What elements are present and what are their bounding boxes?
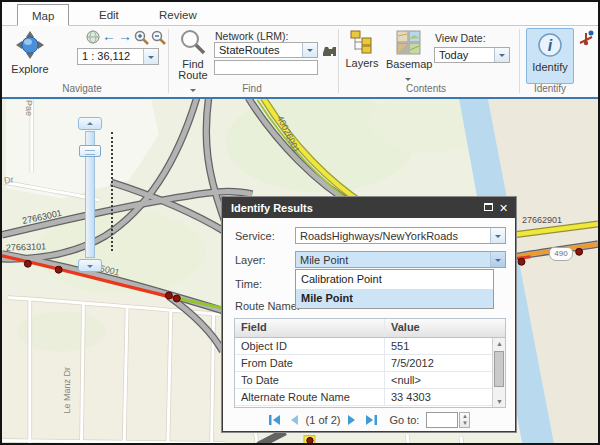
chevron-down-icon <box>495 259 501 265</box>
svg-text:i: i <box>548 37 553 54</box>
group-separator <box>168 29 169 93</box>
dialog-titlebar[interactable]: Identify Results <box>223 198 515 218</box>
route-search-button[interactable] <box>322 43 336 61</box>
attributes-table: Field Value Object ID551 From Date7/5/20… <box>234 318 506 408</box>
network-lrm-dropdown-button[interactable] <box>302 43 317 57</box>
scroll-up-icon[interactable]: ▲ <box>493 338 506 349</box>
view-date-dropdown-button[interactable] <box>494 48 509 62</box>
previous-extent-button[interactable]: ← <box>102 28 116 44</box>
service-value: RoadsHighways/NewYorkRoads <box>296 228 490 243</box>
zoom-out-icon <box>151 30 166 45</box>
arrow-left-icon: ← <box>102 28 116 44</box>
last-page-button[interactable] <box>365 414 378 426</box>
table-row: From Date7/5/2012 <box>235 355 505 372</box>
identify-route-location-icon <box>578 30 595 47</box>
maximize-icon <box>484 203 493 211</box>
identify-results-dialog: Identify Results ✕ Service: RoadsHighway… <box>222 197 516 432</box>
table-scrollbar[interactable]: ▲ ▼ <box>492 338 505 407</box>
page-indicator: (1 of 2) <box>306 414 341 426</box>
previous-page-button[interactable] <box>288 414 299 426</box>
next-page-button[interactable] <box>347 414 358 426</box>
ribbon-tabbar: Map Edit Review <box>2 2 598 26</box>
explore-compass-icon <box>15 30 45 60</box>
pagination-bar: (1 of 2) Go to: ▲▼ <box>223 412 515 428</box>
chevron-down-icon <box>190 89 196 95</box>
zoom-slider-up-button[interactable] <box>78 117 102 130</box>
globe-icon <box>86 30 100 44</box>
binoculars-icon <box>322 44 336 57</box>
network-lrm-value: StateRoutes <box>215 43 302 57</box>
ribbon: Map Edit Review Explore ← → 1 : 36,112 <box>2 2 598 99</box>
basemap-tiles-icon <box>396 30 421 55</box>
network-lrm-combobox[interactable]: StateRoutes <box>214 42 318 58</box>
tab-review[interactable]: Review <box>145 4 211 26</box>
table-row: To Date<null> <box>235 372 505 389</box>
map-scale-combobox[interactable]: 1 : 36,112 <box>77 48 159 65</box>
spinner-down-icon: ▼ <box>462 420 468 427</box>
service-label: Service: <box>235 230 275 242</box>
chevron-down-icon <box>495 235 501 241</box>
table-row: Object ID551 <box>235 338 505 355</box>
explore-button[interactable]: Explore <box>8 29 52 87</box>
view-date-value: Today <box>435 48 494 62</box>
layer-combobox[interactable]: Mile Point <box>295 251 506 268</box>
goto-page-input[interactable] <box>426 412 458 428</box>
layers-button[interactable]: Layers <box>343 30 381 78</box>
column-header-field: Field <box>235 319 385 337</box>
full-extent-button[interactable] <box>86 30 100 48</box>
layer-dropdown-button[interactable] <box>490 252 505 267</box>
arrow-right-icon: → <box>118 28 132 44</box>
spinner-up-icon: ▲ <box>462 413 468 420</box>
find-route-button[interactable]: Find Route <box>173 29 213 91</box>
group-separator <box>338 29 339 93</box>
next-extent-button[interactable]: → <box>118 28 132 44</box>
goto-label: Go to: <box>389 414 419 426</box>
chevron-up-icon <box>87 119 93 125</box>
dialog-close-button[interactable]: ✕ <box>497 202 510 214</box>
zoom-slider[interactable] <box>78 117 102 273</box>
route-label: 27663101 <box>6 241 46 252</box>
scrollbar-thumb[interactable] <box>494 351 504 387</box>
layer-dropdown-list: Calibration Point Mile Point <box>295 269 494 309</box>
scroll-down-icon[interactable]: ▼ <box>493 396 506 407</box>
zoom-slider-handle[interactable] <box>79 145 101 157</box>
zoom-slider-down-button[interactable] <box>78 259 102 272</box>
first-page-button[interactable] <box>268 414 281 426</box>
chevron-down-icon <box>87 265 93 271</box>
street-label: Le Manz Dr <box>62 367 72 414</box>
view-date-label: View Date: <box>435 32 486 44</box>
group-label-find: Find <box>202 83 302 94</box>
route-value-input[interactable] <box>214 60 318 75</box>
basemap-button[interactable]: Basemap <box>386 30 430 88</box>
route-name-label: Route Name: <box>235 300 300 312</box>
chevron-down-icon <box>499 54 505 60</box>
group-label-contents: Contents <box>376 83 476 94</box>
column-header-value: Value <box>385 319 505 337</box>
map-scale-value: 1 : 36,112 <box>78 49 143 64</box>
dialog-title: Identify Results <box>231 202 313 214</box>
identify-button[interactable]: i Identify <box>526 28 574 84</box>
goto-spinner[interactable]: ▲▼ <box>459 412 470 428</box>
map-scale-dropdown-button[interactable] <box>143 49 158 64</box>
table-row: Alternate Route Name33 4303 <box>235 389 505 406</box>
zoom-slider-ticks <box>111 132 113 251</box>
find-route-magnifier-icon <box>180 29 206 55</box>
zoom-out-button[interactable] <box>151 30 166 49</box>
zoom-in-button[interactable] <box>134 30 149 49</box>
dialog-maximize-button[interactable] <box>482 202 495 214</box>
layer-option-mile-point[interactable]: Mile Point <box>296 289 493 308</box>
tab-edit[interactable]: Edit <box>85 4 133 26</box>
view-date-combobox[interactable]: Today <box>434 47 510 63</box>
layer-label: Layer: <box>235 254 266 266</box>
group-label-navigate: Navigate <box>32 83 132 94</box>
street-label: Dr <box>3 174 14 185</box>
layer-value: Mile Point <box>296 252 490 267</box>
close-icon: ✕ <box>499 202 508 214</box>
service-dropdown-button[interactable] <box>490 228 505 243</box>
service-combobox[interactable]: RoadsHighways/NewYorkRoads <box>295 227 506 244</box>
time-label: Time: <box>235 278 262 290</box>
chevron-down-icon <box>148 56 154 62</box>
tab-map[interactable]: Map <box>17 4 69 26</box>
layer-option-calibration-point[interactable]: Calibration Point <box>296 270 493 289</box>
identify-route-location-button[interactable] <box>578 30 595 51</box>
